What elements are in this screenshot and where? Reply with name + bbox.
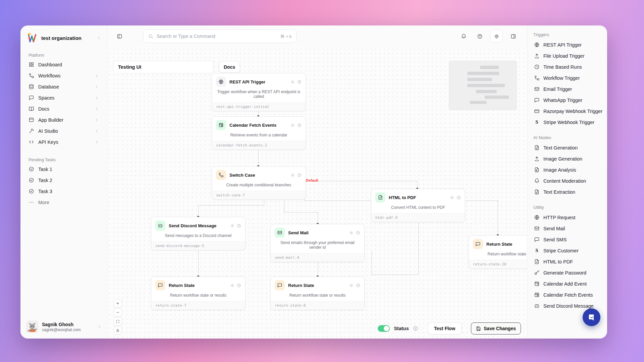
node-help-icon[interactable] [237, 283, 241, 288]
node-return-state-7[interactable]: Return State Return workflow state or re… [151, 277, 246, 310]
node-settings-icon[interactable] [349, 283, 354, 288]
palette-item-file-upload-trigger[interactable]: File Upload Trigger [533, 50, 604, 61]
lock-button[interactable] [114, 326, 122, 335]
upload-icon [534, 53, 540, 59]
node-help-icon[interactable] [297, 123, 302, 127]
fit-view-button[interactable] [114, 317, 122, 325]
user-menu[interactable]: Sagnik Ghosh sagnik@worqhat.com [20, 316, 107, 339]
node-settings-icon[interactable] [230, 224, 234, 228]
test-flow-button[interactable]: Test Flow [428, 322, 462, 335]
palette-item-send-sms[interactable]: Send SMS [533, 234, 604, 245]
help-button[interactable] [474, 31, 485, 42]
node-settings-icon[interactable] [290, 173, 295, 177]
palette-item-stripe-webhook-trigger[interactable]: S Stripe Webhook Trigger [533, 117, 604, 128]
sidebar-item-database[interactable]: Database [25, 81, 102, 92]
ellipsis-icon [29, 199, 34, 205]
palette-item-workflow-trigger[interactable]: Workflow Trigger [533, 72, 604, 83]
edge [198, 205, 199, 217]
palette-item-content-moderation[interactable]: Content Moderation [533, 175, 604, 186]
node-settings-icon[interactable] [290, 80, 295, 84]
sidebar-item-workflows[interactable]: Workflows [25, 70, 102, 81]
palette-item-whatsapp-trigger[interactable]: WhatsApp Trigger [533, 95, 604, 106]
sidebar-item-task-3[interactable]: Task 3 [25, 186, 102, 197]
node-help-icon[interactable] [297, 80, 302, 84]
sidebar-item-ai-studio[interactable]: AI Studio [25, 125, 102, 136]
node-return-state-6[interactable]: Return State Return workflow state or re… [270, 277, 365, 310]
node-help-icon[interactable] [356, 283, 360, 288]
info-icon[interactable] [413, 326, 418, 331]
node-settings-icon[interactable] [450, 195, 454, 200]
right-panel-toggle-button[interactable] [507, 31, 519, 42]
node-send-mail[interactable]: Send Mail Send emails through your prefe… [270, 224, 365, 262]
zoom-out-button[interactable] [114, 308, 122, 316]
workflow-name-input[interactable]: Testing UI [113, 61, 214, 73]
command-search[interactable]: ⌘ + k [143, 29, 297, 43]
palette-item-image-analysis[interactable]: Image Analysis [533, 164, 604, 175]
chat-launcher-button[interactable] [583, 308, 600, 326]
node-palette[interactable]: Triggers REST API Trigger File Upload Tr… [527, 25, 607, 339]
sidebar-item-spaces[interactable]: Spaces [25, 92, 102, 103]
notifications-button[interactable] [458, 31, 469, 42]
palette-item-email-trigger[interactable]: Email Trigger [533, 83, 604, 95]
app-window: test organization Platform Dashboard Wor… [20, 25, 607, 339]
palette-item-generate-password[interactable]: Generate Password [533, 267, 604, 278]
save-icon [476, 326, 481, 331]
minimap[interactable] [449, 61, 517, 110]
palette-item-stripe-customer[interactable]: S Stripe Customer [533, 245, 604, 256]
sidebar-item-task-2[interactable]: Task 2 [25, 175, 102, 186]
node-help-icon[interactable] [237, 224, 241, 228]
mail-icon [275, 228, 285, 238]
node-rest-api-trigger[interactable]: REST API Trigger Trigger workflow when a… [212, 73, 306, 111]
node-help-icon[interactable] [457, 195, 461, 200]
chat-smile-icon [587, 313, 596, 322]
node-settings-icon[interactable] [230, 283, 234, 288]
palette-item-text-extraction[interactable]: Text Extraction [533, 186, 604, 197]
node-help-icon[interactable] [356, 231, 360, 235]
sidebar-item-app-builder[interactable]: App Builder [25, 114, 102, 125]
node-html-to-pdf[interactable]: HTML to PDF Convert HTML content to PDF … [371, 189, 465, 222]
minimap-node [476, 90, 497, 93]
sidebar-item-task-1[interactable]: Task 1 [25, 164, 102, 175]
node-id: html-pdf-9 [371, 213, 465, 222]
search-input[interactable] [157, 34, 277, 39]
palette-item-send-mail[interactable]: Send Mail [533, 223, 604, 234]
sidebar-item-docs[interactable]: Docs [25, 103, 102, 114]
node-settings-icon[interactable] [349, 231, 354, 235]
sidebar-item-dashboard[interactable]: Dashboard [25, 59, 102, 70]
docs-tab[interactable]: Docs [219, 61, 240, 73]
mail-icon [534, 86, 540, 92]
palette-item-http-request[interactable]: HTTP Request [533, 212, 604, 223]
edge [284, 212, 318, 213]
sidebar-item-api-keys[interactable]: API Keys [25, 136, 102, 147]
mail-icon [534, 226, 540, 231]
palette-item-calendar-add-event[interactable]: Calendar Add Event [533, 278, 604, 289]
edge [418, 216, 419, 275]
chevron-right-icon [94, 129, 99, 133]
lock-icon [116, 328, 120, 333]
zoom-in-button[interactable] [114, 299, 122, 307]
node-settings-icon[interactable] [290, 123, 295, 127]
palette-item-image-generation[interactable]: Image Generation [533, 153, 604, 164]
status-toggle[interactable] [378, 325, 390, 332]
sidebar-item-more[interactable]: More [25, 197, 102, 208]
palette-item-rest-api-trigger[interactable]: REST API Trigger [533, 39, 604, 50]
user-email: sagnik@worqhat.com [42, 327, 94, 332]
edge [318, 212, 318, 224]
node-return-state-10[interactable]: Return State Return workflow state or re… [469, 235, 527, 269]
node-help-icon[interactable] [297, 173, 302, 177]
palette-item-html-to-pdf[interactable]: HTML to PDF [533, 256, 604, 267]
palette-item-razorpay-webhook-trigger[interactable]: Razorpay Webhook Trigger [533, 106, 604, 117]
theme-toggle-button[interactable] [490, 30, 503, 43]
node-switch-case[interactable]: Switch Case Create multiple conditional … [212, 166, 306, 200]
sidebar-toggle-button[interactable] [114, 31, 125, 42]
workflow-canvas[interactable]: Default 3 5 10 Testing UI [107, 47, 527, 339]
palette-item-time-based-runs[interactable]: Time Based Runs [533, 61, 604, 72]
palette-item-calendar-fetch-events[interactable]: Calendar Fetch Events [533, 289, 604, 300]
node-send-discord-message[interactable]: Send Discord Message Send messages to a … [151, 217, 246, 250]
default-branch-label: Default [305, 178, 319, 182]
node-calendar-fetch-events[interactable]: Calendar Fetch Events Retrieve events fr… [212, 116, 306, 150]
save-changes-button[interactable]: Save Changes [471, 322, 521, 335]
palette-item-text-generation[interactable]: Text Generation [533, 142, 604, 153]
org-switcher[interactable]: test organization [25, 30, 102, 46]
panel-left-icon [117, 34, 122, 39]
